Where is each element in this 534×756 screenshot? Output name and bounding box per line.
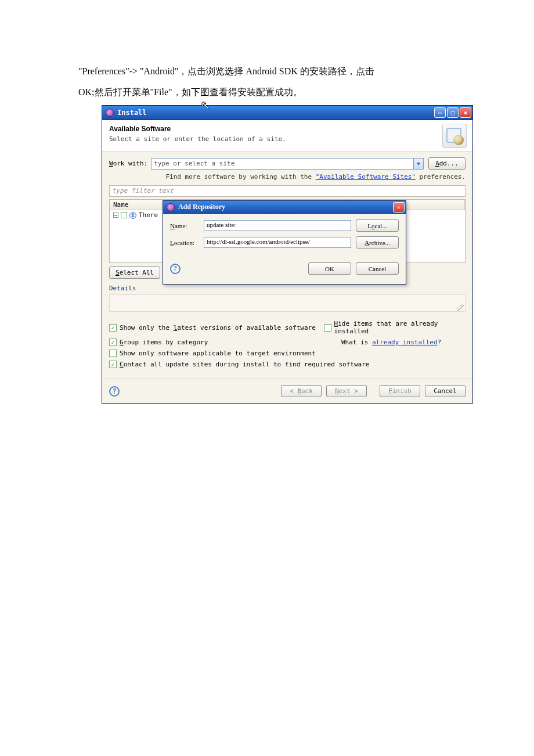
next-button[interactable]: Next >	[326, 385, 367, 397]
row-checkbox[interactable]	[121, 212, 127, 218]
add-button[interactable]: Add...	[428, 157, 466, 170]
close-button[interactable]: ×	[460, 107, 471, 118]
opt-whatis: What is already installed?	[341, 339, 441, 346]
opt-group: Group items by category	[120, 339, 208, 346]
install-title: Install	[117, 109, 147, 117]
banner-title: Available Software	[109, 125, 466, 133]
checkbox-hide-installed[interactable]	[324, 324, 331, 332]
ok-button[interactable]: OK	[308, 262, 351, 275]
hint-line: Find more software by working with the "…	[109, 173, 466, 181]
back-button[interactable]: < Back	[281, 385, 322, 397]
opt-hide: Hide items that are already installed	[334, 320, 466, 335]
work-with-label: Work with:	[109, 160, 147, 167]
doc-line-2: OK;然后打开菜单"File"，如下图查看得安装配置成功。	[78, 85, 459, 100]
install-titlebar[interactable]: Install – □ ×	[102, 106, 472, 120]
chevron-down-icon[interactable]: ▼	[413, 159, 423, 169]
work-with-placeholder: type or select a site	[154, 160, 234, 167]
dialog-close-button[interactable]: ×	[393, 202, 405, 213]
filter-input[interactable]: type filter text	[109, 185, 466, 197]
dialog-cancel-button[interactable]: Cancel	[356, 262, 399, 275]
expander-icon[interactable]: –	[113, 213, 118, 218]
checkbox-group[interactable]: ✓	[109, 339, 117, 346]
details-box	[109, 294, 466, 312]
maximize-button[interactable]: □	[447, 107, 459, 118]
add-repository-dialog: Add Repository × Name: update site: Loca…	[163, 200, 406, 285]
finish-button[interactable]: Finish	[380, 385, 420, 397]
help-icon[interactable]: ?	[109, 386, 120, 397]
checkbox-contact-sites[interactable]: ✓	[109, 361, 117, 368]
checkbox-target-env[interactable]	[109, 350, 117, 357]
install-banner-icon	[442, 124, 467, 148]
dialog-titlebar[interactable]: Add Repository ×	[163, 201, 406, 214]
banner: Available Software Select a site or ente…	[102, 120, 472, 152]
name-label: Name:	[170, 222, 204, 229]
minimize-button[interactable]: –	[434, 107, 446, 118]
opt-target: Show only software applicable to target …	[120, 350, 316, 357]
location-label: Location:	[170, 239, 204, 246]
resize-grip-icon[interactable]	[457, 304, 464, 311]
opt-latest: Show only the latest versions of availab…	[120, 324, 316, 332]
banner-subtitle: Select a site or enter the location of a…	[109, 135, 466, 143]
archive-button[interactable]: Archive...	[356, 236, 399, 249]
cancel-button[interactable]: Cancel	[425, 385, 466, 397]
opt-contact: Contact all update sites during install …	[120, 361, 369, 368]
local-button[interactable]: Local...	[356, 219, 399, 232]
dialog-help-icon[interactable]: ?	[170, 264, 181, 274]
dialog-title: Add Repository	[178, 203, 225, 211]
already-installed-link[interactable]: already installed	[372, 339, 438, 346]
eclipse-icon	[106, 109, 114, 117]
doc-line-1: "Preferences"-> "Android"，点击浏览选择 Android…	[78, 64, 459, 79]
info-icon: i	[129, 212, 136, 219]
available-sites-link[interactable]: "Available Software Sites"	[316, 173, 416, 181]
work-with-combo[interactable]: type or select a site ▼	[151, 158, 424, 170]
select-all-button[interactable]: Select All	[109, 267, 160, 279]
checkbox-latest[interactable]: ✓	[109, 324, 117, 332]
eclipse-icon	[167, 203, 175, 211]
name-input[interactable]: update site:	[204, 220, 351, 231]
location-input[interactable]: http://dl-ssl.google.com/android/eclipse…	[204, 237, 351, 248]
details-label: Details	[109, 285, 466, 292]
